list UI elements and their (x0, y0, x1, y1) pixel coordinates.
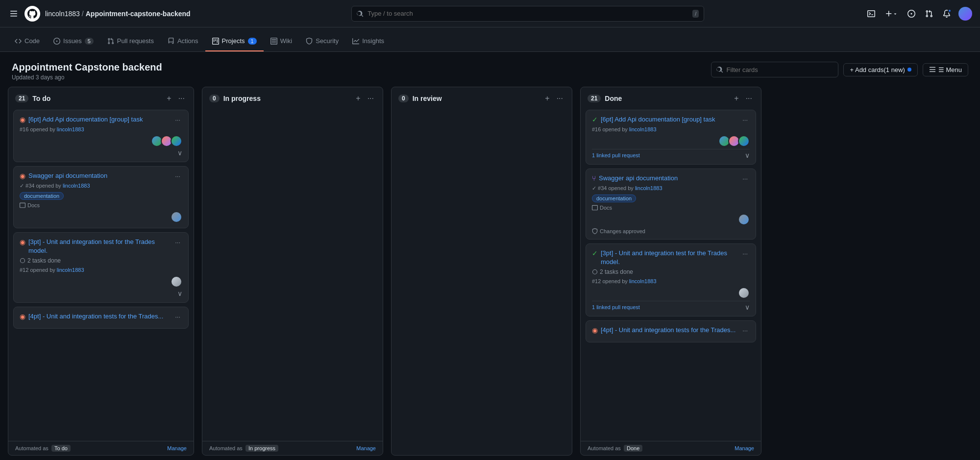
inreview-actions: + ··· (543, 93, 565, 104)
inprogress-cards (202, 108, 383, 441)
card-done-2-header: ⑂ Swagger api documentation ··· (592, 174, 750, 183)
nav-actions[interactable]: Actions (161, 31, 205, 51)
card-done-4-status-icon: ◉ (592, 326, 598, 334)
add-cards-dot (907, 68, 911, 72)
card-todo-2-more[interactable]: ··· (173, 171, 182, 181)
card-done-4-title: [4pt] - Unit and integration tests for t… (601, 326, 735, 335)
done-actions: + ··· (732, 93, 754, 104)
card-done-2-more[interactable]: ··· (740, 174, 750, 183)
todo-add-button[interactable]: + (165, 93, 173, 104)
search-bar[interactable]: / (351, 6, 704, 22)
card-done-3-meta: #12 opened by lincoln1883 (592, 278, 750, 284)
docs-label: Docs (27, 202, 40, 208)
card-todo-2-status-icon: ◉ (20, 172, 25, 180)
issues-button[interactable] (906, 8, 917, 20)
menu-button[interactable]: ☰ Menu (923, 63, 968, 76)
card-avatar (738, 214, 750, 225)
card-done-3[interactable]: ✓ [3pt] - Unit and integration test for … (586, 243, 756, 316)
todo-footer: Automated as To do Manage (8, 441, 194, 455)
filter-cards-input[interactable] (726, 66, 833, 73)
nav-pull-requests[interactable]: Pull requests (100, 31, 161, 51)
top-nav-right (865, 7, 972, 21)
menu-label: ☰ Menu (938, 66, 962, 73)
card-todo-1-expand: ∨ (20, 149, 182, 157)
inprogress-title: In progress (223, 95, 350, 102)
card-todo-4-more[interactable]: ··· (173, 312, 182, 321)
card-todo-2[interactable]: ◉ Swagger api documentation ··· ✓ #34 op… (13, 166, 189, 228)
hamburger-button[interactable] (8, 8, 20, 20)
done-add-button[interactable]: + (732, 93, 740, 104)
card-todo-2-label: documentation (20, 192, 64, 200)
nav-wiki[interactable]: Wiki (264, 31, 299, 51)
card-done-2[interactable]: ⑂ Swagger api documentation ··· ✓ #34 op… (586, 169, 756, 240)
nav-security[interactable]: Security (299, 31, 345, 51)
done-manage-link[interactable]: Manage (735, 445, 754, 451)
card-todo-2-meta: ✓ #34 opened by lincoln1883 (20, 183, 182, 189)
todo-manage-link[interactable]: Manage (167, 445, 187, 451)
card-todo-3-more[interactable]: ··· (173, 238, 182, 247)
add-cards-button[interactable]: + Add cards(1 new) (843, 63, 917, 76)
inreview-more-button[interactable]: ··· (555, 93, 565, 104)
card-done-3-pr-info: 1 linked pull request ∨ (592, 301, 750, 311)
card-done-4-title-row: ◉ [4pt] - Unit and integration tests for… (592, 326, 740, 335)
card-done-2-docs: Docs (592, 205, 750, 211)
card-done-1[interactable]: ✓ [6pt] Add Api documentation [group] ta… (586, 110, 756, 165)
card-todo-3-footer (20, 276, 182, 288)
card-todo-3-meta: #12 opened by lincoln1883 (20, 267, 182, 273)
notifications-button[interactable] (941, 8, 953, 20)
done-footer: Automated as Done Manage (581, 441, 761, 455)
tasks-done-label: 2 tasks done (600, 268, 633, 275)
card-done-2-title-row: ⑂ Swagger api documentation (592, 174, 740, 183)
card-todo-4[interactable]: ◉ [4pt] - Unit and integration tests for… (13, 307, 189, 329)
card-done-4-more[interactable]: ··· (740, 326, 750, 335)
card-todo-3[interactable]: ◉ [3pt] - Unit and integration test for … (13, 232, 189, 303)
terminal-button[interactable] (865, 8, 877, 20)
card-todo-3-expand-btn[interactable]: ∨ (177, 290, 182, 297)
filter-input-container[interactable] (711, 62, 838, 77)
card-done-3-status-icon: ✓ (592, 249, 598, 257)
card-avatar (738, 135, 750, 147)
project-header: Appointment Capstone backend Updated 3 d… (0, 52, 980, 87)
card-done-2-footer (592, 214, 750, 225)
todo-count: 21 (15, 95, 28, 102)
nav-insights[interactable]: Insights (345, 31, 391, 51)
done-footer-auto: Automated as Done (588, 445, 642, 451)
card-todo-1[interactable]: ◉ [6pt] Add Api documentation [group] ta… (13, 110, 189, 162)
card-done-1-more[interactable]: ··· (740, 115, 750, 124)
done-count: 21 (588, 95, 601, 102)
pull-requests-button[interactable] (923, 8, 935, 20)
search-input[interactable] (368, 10, 688, 17)
svg-point-0 (21, 259, 25, 263)
inprogress-add-button[interactable]: + (354, 93, 362, 104)
inreview-cards (392, 108, 572, 455)
done-card-3-expand-btn[interactable]: ∨ (745, 303, 750, 311)
inprogress-manage-link[interactable]: Manage (356, 445, 376, 451)
inprogress-more-button[interactable]: ··· (366, 93, 376, 104)
done-3-linked-pr: 1 linked pull request (592, 304, 640, 310)
column-todo-header: 21 To do + ··· (8, 87, 194, 108)
breadcrumb-owner[interactable]: lincoln1883 (45, 10, 80, 18)
card-todo-3-title-row: ◉ [3pt] - Unit and integration test for … (20, 238, 173, 255)
nav-issues[interactable]: Issues 5 (47, 31, 100, 51)
card-avatar (738, 287, 750, 299)
breadcrumb: lincoln1883 / Appointment-capstone-backe… (45, 10, 191, 18)
card-done-4[interactable]: ◉ [4pt] - Unit and integration tests for… (586, 320, 756, 342)
breadcrumb-repo[interactable]: Appointment-capstone-backend (86, 10, 191, 18)
todo-more-button[interactable]: ··· (176, 93, 187, 104)
github-logo[interactable] (24, 6, 40, 22)
column-inreview: 0 In review + ··· (391, 87, 572, 456)
card-todo-1-more[interactable]: ··· (173, 115, 182, 124)
nav-code[interactable]: Code (8, 31, 47, 51)
notification-dot (948, 9, 952, 13)
card-todo-3-tasks: 2 tasks done (20, 257, 182, 264)
card-todo-1-expand-btn[interactable]: ∨ (177, 149, 182, 157)
card-done-3-more[interactable]: ··· (740, 249, 750, 258)
card-todo-3-status-icon: ◉ (20, 238, 25, 246)
add-button[interactable] (883, 8, 900, 20)
nav-projects[interactable]: Projects 1 (205, 31, 264, 51)
done-card-1-expand-btn[interactable]: ∨ (745, 151, 750, 159)
inreview-add-button[interactable]: + (543, 93, 551, 104)
done-more-button[interactable]: ··· (744, 93, 754, 104)
avatar[interactable] (958, 7, 972, 21)
card-done-1-header: ✓ [6pt] Add Api documentation [group] ta… (592, 115, 750, 124)
